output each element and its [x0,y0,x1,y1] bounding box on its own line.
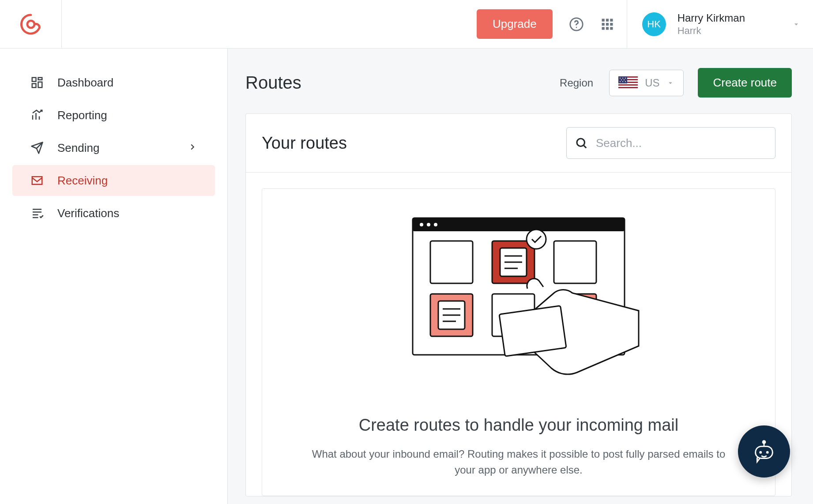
create-route-button[interactable]: Create route [698,68,792,98]
svg-rect-38 [430,241,473,283]
topbar: Upgrade HK Harry Kirkman Harrk [0,0,813,49]
svg-point-29 [620,81,621,82]
page-header: Routes Region US Create route [228,49,813,113]
help-icon [569,17,584,32]
apps-grid-button[interactable] [596,13,619,36]
top-right: Upgrade HK Harry Kirkman Harrk [477,0,813,48]
svg-rect-12 [32,78,36,82]
avatar: HK [642,12,666,36]
svg-rect-5 [610,19,613,21]
chevron-down-icon [666,79,674,87]
sidebar: Dashboard Reporting Sending Receiving [0,49,228,504]
svg-rect-3 [602,19,604,21]
upgrade-button[interactable]: Upgrade [477,9,553,39]
svg-point-2 [576,26,577,28]
chevron-right-icon [188,141,197,155]
svg-point-37 [434,223,437,226]
sidebar-item-label: Reporting [57,109,107,122]
help-button[interactable] [565,13,588,36]
svg-point-57 [759,451,762,454]
user-name: Harry Kirkman [678,11,745,25]
svg-point-31 [625,81,626,82]
us-flag-icon [618,76,638,90]
sidebar-item-verifications[interactable]: Verifications [12,198,215,229]
svg-point-54 [763,441,765,444]
sidebar-item-label: Dashboard [57,76,113,90]
svg-rect-22 [618,88,638,90]
routes-card: Your routes [245,113,792,496]
svg-rect-4 [606,19,609,21]
svg-point-35 [420,223,423,226]
svg-point-24 [620,78,621,79]
card-title: Your routes [262,134,347,153]
svg-point-27 [621,79,622,80]
svg-rect-16 [32,177,42,184]
svg-rect-34 [413,218,625,231]
sidebar-item-label: Sending [57,141,99,155]
empty-state: Create routes to handle your incoming ma… [262,188,775,496]
svg-rect-15 [32,84,36,88]
reporting-icon [30,108,44,122]
svg-rect-8 [610,23,613,25]
svg-point-30 [622,81,623,82]
verifications-icon [30,206,44,220]
sidebar-item-label: Verifications [57,207,119,220]
chevron-down-icon [792,20,801,29]
user-org: Harrk [678,25,745,37]
region-select[interactable]: US [609,70,684,96]
chatbot-icon [750,438,778,465]
svg-point-26 [625,78,626,79]
svg-rect-23 [618,76,627,83]
svg-rect-6 [602,23,604,25]
svg-rect-9 [602,27,604,30]
chatbot-button[interactable] [738,425,790,478]
search-icon [575,136,588,150]
search-wrap[interactable] [566,127,775,159]
empty-title: Create routes to handle your incoming ma… [359,416,679,435]
user-menu[interactable]: HK Harry Kirkman Harrk [627,0,813,48]
sending-icon [30,141,44,155]
card-header: Your routes [246,114,791,173]
svg-rect-7 [606,23,609,25]
user-text: Harry Kirkman Harrk [678,11,745,37]
svg-rect-53 [499,306,566,357]
apps-grid-icon [601,18,614,31]
routes-illustration-icon [395,214,642,395]
svg-point-32 [577,139,585,147]
sidebar-item-sending[interactable]: Sending [12,132,215,163]
svg-point-25 [622,78,623,79]
svg-rect-14 [38,82,42,88]
receiving-icon [30,173,44,188]
svg-rect-44 [554,241,596,283]
svg-point-36 [427,223,430,226]
body: Dashboard Reporting Sending Receiving [0,49,813,504]
sidebar-item-label: Receiving [57,174,108,188]
app-logo-icon [19,13,42,36]
dashboard-icon [30,75,44,90]
region-code: US [645,77,659,89]
empty-description: What about your inbound email? Routing m… [302,446,735,478]
svg-point-45 [527,229,546,249]
svg-point-28 [624,79,625,80]
svg-rect-13 [38,78,42,80]
sidebar-item-receiving[interactable]: Receiving [12,165,215,196]
sidebar-item-reporting[interactable]: Reporting [12,100,215,131]
region-label: Region [560,77,593,89]
page-title: Routes [245,73,301,93]
svg-rect-11 [610,27,613,30]
svg-rect-10 [606,27,609,30]
svg-point-58 [766,451,769,454]
sidebar-item-dashboard[interactable]: Dashboard [12,67,215,98]
search-input[interactable] [596,136,767,150]
svg-rect-21 [618,86,638,87]
main: Routes Region US Create route Your route… [228,49,813,504]
logo-cell [0,0,62,48]
